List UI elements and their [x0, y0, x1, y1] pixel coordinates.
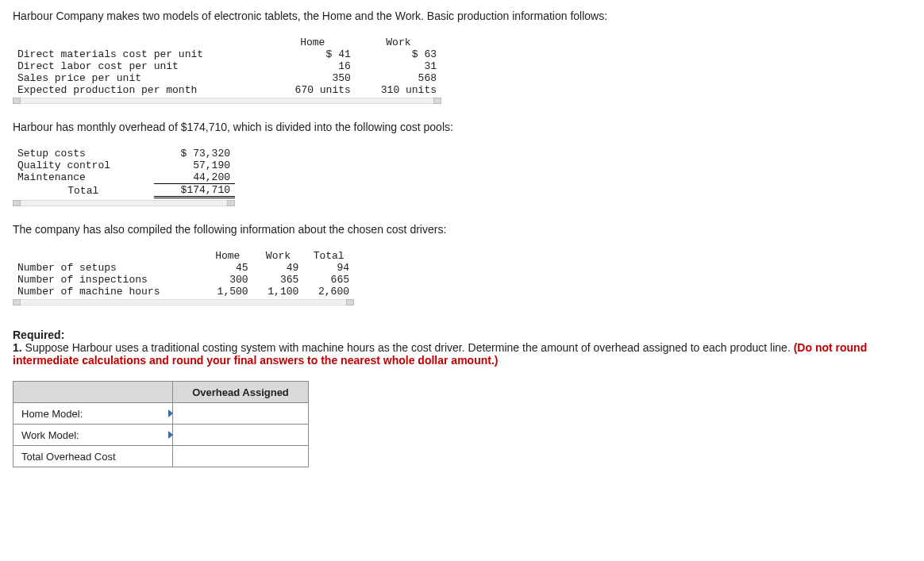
home-model-input[interactable] — [173, 403, 309, 425]
cell: 310 units — [356, 84, 441, 96]
row-label: Direct materials cost per unit — [13, 48, 270, 60]
overhead-assigned-header: Overhead Assigned — [173, 382, 309, 403]
required-section: Required: 1. Suppose Harbour uses a trad… — [13, 329, 911, 367]
production-table: Home Work Direct materials cost per unit… — [13, 37, 441, 96]
cell: 94 — [303, 262, 354, 274]
total-overhead-label: Total Overhead Cost — [13, 446, 173, 467]
row-label: Quality control — [13, 159, 154, 171]
drivers-table: Home Work Total Number of setups454994 N… — [13, 250, 354, 298]
cell: 300 — [202, 274, 253, 286]
drivers-table-wrap: Home Work Total Number of setups454994 N… — [13, 250, 354, 305]
cell: 49 — [253, 262, 304, 274]
horizontal-scrollbar[interactable] — [13, 98, 441, 104]
horizontal-scrollbar[interactable] — [13, 299, 354, 305]
cell: 31 — [356, 60, 441, 72]
production-table-wrap: Home Work Direct materials cost per unit… — [13, 37, 441, 104]
home-model-label: Home Model: — [13, 403, 173, 425]
cell: $ 63 — [356, 48, 441, 60]
required-heading: Required: — [13, 329, 64, 341]
total-label: Total — [13, 184, 154, 198]
row-label: Direct labor cost per unit — [13, 60, 270, 72]
intro-paragraph: Harbour Company makes two models of elec… — [13, 10, 911, 22]
overhead-paragraph: Harbour has monthly overhead of $174,710… — [13, 121, 911, 133]
total-value: $174,710 — [154, 184, 235, 198]
cell: 16 — [270, 60, 356, 72]
col-header-home: Home — [270, 37, 356, 48]
col-header-work: Work — [253, 250, 304, 262]
cell: 350 — [270, 72, 356, 84]
cell: 2,600 — [303, 286, 354, 298]
cell: 45 — [202, 262, 253, 274]
work-model-input[interactable] — [173, 425, 309, 446]
cell: 665 — [303, 274, 354, 286]
answer-table: Overhead Assigned Home Model: Work Model… — [13, 381, 309, 467]
row-label: Number of inspections — [13, 274, 202, 286]
row-label: Number of machine hours — [13, 286, 202, 298]
overhead-table: Setup costs$ 73,320 Quality control57,19… — [13, 148, 235, 198]
cell: $ 73,320 — [154, 148, 235, 159]
horizontal-scrollbar[interactable] — [13, 200, 235, 206]
col-header-work: Work — [356, 37, 441, 48]
cell: 57,190 — [154, 159, 235, 171]
row-label: Number of setups — [13, 262, 202, 274]
cell: 670 units — [270, 84, 356, 96]
cell: 568 — [356, 72, 441, 84]
cell: 365 — [253, 274, 304, 286]
cell: $ 41 — [270, 48, 356, 60]
row-label: Expected production per month — [13, 84, 270, 96]
cell: 44,200 — [154, 171, 235, 184]
drivers-paragraph: The company has also compiled the follow… — [13, 223, 911, 236]
col-header-home: Home — [202, 250, 253, 262]
work-model-label: Work Model: — [13, 425, 173, 446]
question-text: Suppose Harbour uses a traditional costi… — [25, 341, 794, 354]
cell: 1,100 — [253, 286, 304, 298]
row-label: Maintenance — [13, 171, 154, 184]
answer-corner-cell — [13, 382, 173, 403]
overhead-table-wrap: Setup costs$ 73,320 Quality control57,19… — [13, 148, 235, 206]
row-label: Setup costs — [13, 148, 154, 159]
question-number: 1. — [13, 341, 25, 354]
col-header-total: Total — [303, 250, 354, 262]
total-overhead-input[interactable] — [173, 446, 309, 467]
cell: 1,500 — [202, 286, 253, 298]
row-label: Sales price per unit — [13, 72, 270, 84]
